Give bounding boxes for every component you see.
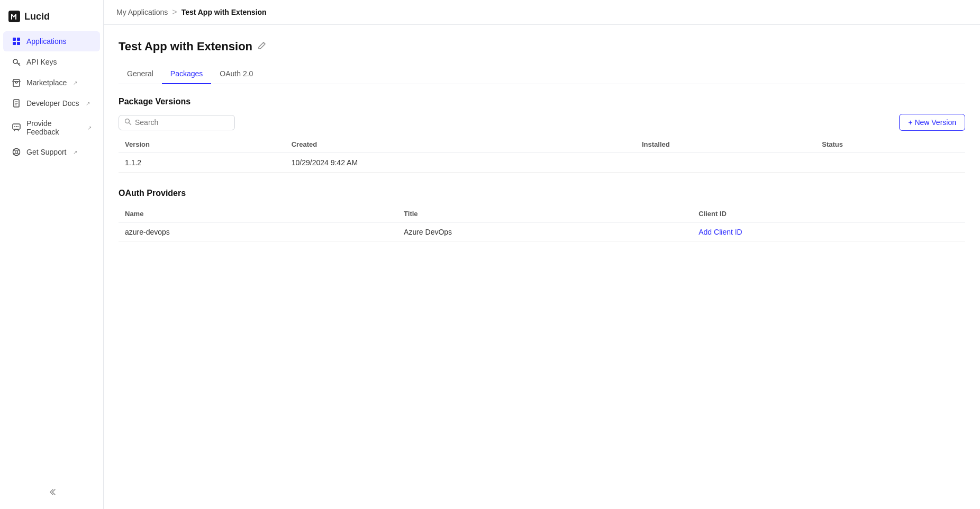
table-row: azure-devops Azure DevOps Add Client ID bbox=[119, 222, 965, 242]
oauth-providers-table: Name Title Client ID azure-devops Azure … bbox=[119, 206, 965, 242]
support-icon bbox=[12, 147, 21, 157]
sidebar: Lucid Applications bbox=[0, 0, 104, 509]
sidebar-nav: Applications API Keys Market bbox=[0, 31, 103, 163]
tab-general[interactable]: General bbox=[119, 64, 162, 84]
search-box bbox=[119, 115, 235, 130]
lucid-logo-icon bbox=[8, 11, 20, 22]
sidebar-item-developer-docs[interactable]: Developer Docs ↗ bbox=[3, 93, 100, 113]
svg-point-10 bbox=[16, 126, 17, 127]
store-icon bbox=[12, 78, 21, 87]
tab-oauth20[interactable]: OAuth 2.0 bbox=[211, 64, 261, 84]
col-created: Created bbox=[285, 136, 636, 153]
search-input[interactable] bbox=[135, 118, 229, 127]
sidebar-item-marketplace[interactable]: Marketplace ↗ bbox=[3, 73, 100, 93]
svg-rect-2 bbox=[17, 38, 20, 41]
breadcrumb-parent-link[interactable]: My Applications bbox=[116, 8, 168, 16]
package-versions-thead: Version Created Installed Status bbox=[119, 136, 965, 153]
col-version: Version bbox=[119, 136, 285, 153]
feedback-icon bbox=[12, 123, 21, 132]
installed-cell bbox=[636, 153, 815, 173]
svg-rect-3 bbox=[13, 42, 16, 45]
doc-icon bbox=[12, 99, 21, 108]
breadcrumb-separator: > bbox=[172, 7, 177, 17]
package-toolbar: + New Version bbox=[119, 114, 965, 131]
svg-rect-6 bbox=[13, 82, 20, 86]
provider-title-cell: Azure DevOps bbox=[397, 222, 692, 242]
sidebar-item-label: Marketplace bbox=[26, 78, 67, 87]
svg-point-5 bbox=[13, 59, 17, 64]
package-versions-title: Package Versions bbox=[119, 97, 965, 106]
oauth-providers-title: OAuth Providers bbox=[119, 189, 965, 198]
add-client-id-link[interactable]: Add Client ID bbox=[698, 228, 742, 236]
sidebar-item-label: API Keys bbox=[26, 58, 57, 66]
table-row: 1.1.2 10/29/2024 9:42 AM bbox=[119, 153, 965, 173]
edit-title-icon[interactable] bbox=[258, 41, 266, 52]
svg-rect-1 bbox=[13, 38, 16, 41]
tabs-row: General Packages OAuth 2.0 bbox=[119, 64, 965, 84]
search-icon bbox=[124, 118, 132, 127]
svg-point-13 bbox=[15, 151, 18, 154]
sidebar-item-label: Get Support bbox=[26, 148, 67, 156]
sidebar-item-provide-feedback[interactable]: Provide Feedback ↗ bbox=[3, 114, 100, 141]
oauth-providers-tbody: azure-devops Azure DevOps Add Client ID bbox=[119, 222, 965, 242]
sidebar-item-label: Applications bbox=[26, 37, 67, 46]
grid-icon bbox=[12, 37, 21, 46]
tab-packages[interactable]: Packages bbox=[162, 64, 211, 84]
page-title: Test App with Extension bbox=[119, 40, 252, 53]
svg-point-14 bbox=[125, 119, 130, 123]
package-versions-table: Version Created Installed Status 1.1.2 1… bbox=[119, 136, 965, 173]
col-title: Title bbox=[397, 206, 692, 222]
oauth-providers-thead: Name Title Client ID bbox=[119, 206, 965, 222]
external-link-icon: ↗ bbox=[86, 101, 90, 106]
new-version-button[interactable]: + New Version bbox=[899, 114, 965, 131]
version-cell: 1.1.2 bbox=[119, 153, 285, 173]
page-content: Test App with Extension General Packages… bbox=[104, 25, 980, 273]
col-client-id: Client ID bbox=[692, 206, 965, 222]
key-icon bbox=[12, 57, 21, 67]
provider-client-id-cell: Add Client ID bbox=[692, 222, 965, 242]
external-link-icon: ↗ bbox=[73, 80, 77, 86]
sidebar-item-label: Provide Feedback bbox=[26, 119, 81, 136]
created-cell: 10/29/2024 9:42 AM bbox=[285, 153, 636, 173]
status-cell bbox=[815, 153, 965, 173]
svg-rect-4 bbox=[17, 42, 20, 45]
package-versions-section: Package Versions + New Version bbox=[119, 97, 965, 173]
sidebar-logo: Lucid bbox=[0, 0, 103, 31]
sidebar-item-label: Developer Docs bbox=[26, 99, 79, 108]
page-title-row: Test App with Extension bbox=[119, 40, 965, 53]
topbar: My Applications > Test App with Extensio… bbox=[104, 0, 980, 25]
sidebar-item-api-keys[interactable]: API Keys bbox=[3, 52, 100, 72]
external-link-icon: ↗ bbox=[73, 149, 77, 155]
logo-text: Lucid bbox=[24, 11, 50, 22]
sidebar-item-applications[interactable]: Applications bbox=[3, 31, 100, 51]
col-status: Status bbox=[815, 136, 965, 153]
oauth-providers-section: OAuth Providers Name Title Client ID azu… bbox=[119, 189, 965, 242]
main-content: My Applications > Test App with Extensio… bbox=[104, 0, 980, 509]
svg-point-11 bbox=[17, 126, 19, 127]
package-versions-tbody: 1.1.2 10/29/2024 9:42 AM bbox=[119, 153, 965, 173]
svg-point-9 bbox=[14, 126, 15, 127]
col-name: Name bbox=[119, 206, 397, 222]
sidebar-collapse-button[interactable] bbox=[0, 484, 103, 501]
sidebar-item-get-support[interactable]: Get Support ↗ bbox=[3, 142, 100, 162]
new-version-label: + New Version bbox=[908, 118, 956, 127]
provider-name-cell: azure-devops bbox=[119, 222, 397, 242]
col-installed: Installed bbox=[636, 136, 815, 153]
breadcrumb-current: Test App with Extension bbox=[182, 8, 267, 16]
external-link-icon: ↗ bbox=[87, 125, 92, 131]
